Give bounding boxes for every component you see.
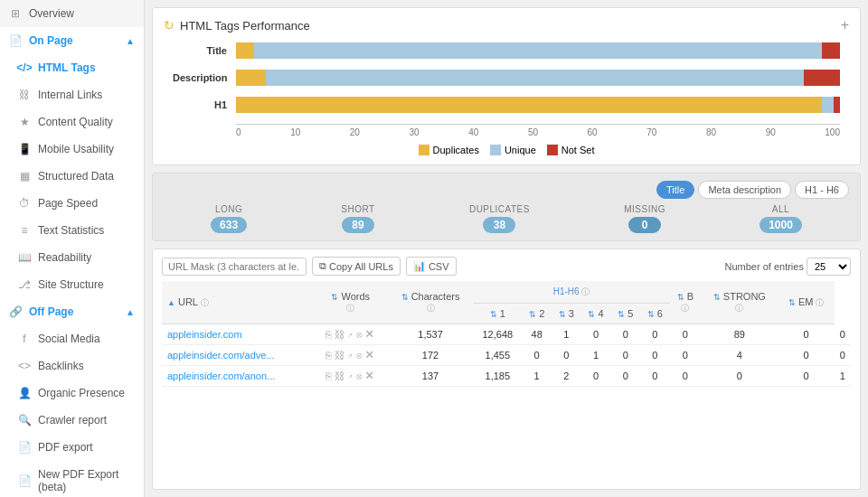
chart-area: Title Description H1 <box>164 42 849 155</box>
sidebar-item-internal-links[interactable]: ⛓ Internal Links <box>9 81 144 108</box>
sidebar-item-pdf-export[interactable]: 📄 PDF export <box>9 434 144 461</box>
chart-legend: Duplicates Unique Not Set <box>173 145 840 155</box>
chart-panel: ↻ HTML Tags Performance + Title Descript… <box>152 7 861 165</box>
sidebar-item-backlinks[interactable]: <> Backlinks <box>9 352 144 380</box>
stat-short: SHORT 89 <box>341 204 374 233</box>
col-h1: ⇅ 1 <box>473 304 522 324</box>
col-h3: ⇅ 3 <box>552 304 581 324</box>
chart-bar-title: Title <box>173 42 840 59</box>
entries-select[interactable]: 25 50 100 <box>807 258 851 276</box>
cell-h3-2: 1 <box>581 345 611 366</box>
cell-h2-2: 0 <box>552 345 581 366</box>
sidebar-item-content-quality[interactable]: ★ Content Quality <box>9 108 144 136</box>
cell-h5-1: 0 <box>640 324 670 345</box>
cell-strong-2: 0 <box>778 345 835 366</box>
chevron-up-icon-2: ▲ <box>126 307 135 317</box>
table-icon: ▦ <box>18 170 31 183</box>
sidebar-item-text-statistics[interactable]: ≡ Text Statistics <box>9 217 144 244</box>
sidebar-item-organic-presence[interactable]: 👤 Organic Presence <box>9 380 144 407</box>
sidebar-item-crawler-report[interactable]: 🔍 Crawler report <box>9 407 144 434</box>
cell-h4-3: 0 <box>610 366 640 387</box>
data-table: ▲ URL ⓘ ⇅ Wordsⓘ ⇅ Charactersⓘ H1-H6 ⓘ <box>162 281 851 387</box>
cell-em-3: 1 <box>835 366 851 387</box>
entries-label: Number of entries 25 50 100 <box>725 258 852 276</box>
bar-desc-notset <box>804 70 840 86</box>
cell-h6-3: 0 <box>670 366 701 387</box>
cell-actions-3: ⎘ ⛓ ↗ ⊗ ✕ <box>314 366 388 387</box>
tab-meta-description[interactable]: Meta description <box>698 181 791 199</box>
sidebar-item-structured-data[interactable]: ▦ Structured Data <box>9 163 144 190</box>
sidebar-item-mobile-usability[interactable]: 📱 Mobile Usability <box>9 136 144 163</box>
cell-actions-2: ⎘ ⛓ ↗ ⊗ ✕ <box>314 345 388 366</box>
cell-h6-2: 0 <box>670 345 701 366</box>
cell-strong-3: 0 <box>778 366 835 387</box>
sidebar-item-site-structure[interactable]: ⎇ Site Structure <box>9 271 144 298</box>
pdf-icon: 📄 <box>18 441 31 454</box>
csv-icon: 📊 <box>413 260 426 272</box>
sidebar-submenu-off-page: f Social Media <> Backlinks 👤 Organic Pr… <box>0 325 144 497</box>
cell-em-1: 0 <box>835 324 851 345</box>
gauge-icon: ⏱ <box>18 197 31 210</box>
cell-words-3: 137 <box>388 366 474 387</box>
grid-icon: ⊞ <box>9 7 22 20</box>
legend-unique: Unique <box>490 145 536 155</box>
sidebar-item-social-media[interactable]: f Social Media <box>9 325 144 352</box>
table-body: appleinsider.com ⎘ ⛓ ↗ ⊗ ✕ 1,537 12,648 … <box>162 324 851 387</box>
table-header: ▲ URL ⓘ ⇅ Wordsⓘ ⇅ Charactersⓘ H1-H6 ⓘ <box>162 281 851 324</box>
col-h5: ⇅ 5 <box>610 304 640 324</box>
cell-strong-1: 0 <box>778 324 835 345</box>
crawl-icon: 🔍 <box>18 414 31 427</box>
cell-b-2: 4 <box>701 345 778 366</box>
copy-icon: ⧉ <box>319 260 326 272</box>
chevron-up-icon: ▲ <box>126 36 135 46</box>
sidebar-item-off-page[interactable]: 🔗 Off Page ▲ <box>0 298 144 325</box>
cell-h3-1: 0 <box>581 324 611 345</box>
col-characters: ⇅ Charactersⓘ <box>388 281 474 324</box>
cell-b-3: 0 <box>701 366 778 387</box>
table-scroll-container[interactable]: ▲ URL ⓘ ⇅ Wordsⓘ ⇅ Charactersⓘ H1-H6 ⓘ <box>162 281 851 482</box>
cell-h3-3: 0 <box>581 366 611 387</box>
col-b: ⇅ Bⓘ <box>670 281 701 324</box>
link-icon: ⛓ <box>18 89 31 101</box>
stats-values-row: LONG 633 SHORT 89 DUPLICATES 38 MISSING … <box>164 204 849 233</box>
table-header-group-row: ▲ URL ⓘ ⇅ Wordsⓘ ⇅ Charactersⓘ H1-H6 ⓘ <box>162 281 851 304</box>
copy-all-urls-button[interactable]: ⧉ Copy All URLs <box>312 257 401 276</box>
sidebar-item-html-tags[interactable]: </> HTML Tags <box>9 54 144 81</box>
cell-h2-3: 2 <box>552 366 581 387</box>
sidebar-item-new-pdf-export[interactable]: 📄 New PDF Export (beta) <box>9 461 144 497</box>
tab-h1-h6[interactable]: H1 - H6 <box>795 181 849 199</box>
sidebar-item-page-speed[interactable]: ⏱ Page Speed <box>9 190 144 217</box>
table-controls: ⧉ Copy All URLs 📊 CSV Number of entries … <box>162 257 851 276</box>
sidebar-item-overview[interactable]: ⊞ Overview <box>0 0 144 27</box>
table-row: appleinsider.com/anon... ⎘ ⛓ ↗ ⊗ ✕ 137 1… <box>162 366 851 387</box>
stat-duplicates: DUPLICATES 38 <box>469 204 530 233</box>
col-h4: ⇅ 4 <box>581 304 611 324</box>
cell-chars-1: 12,648 <box>473 324 522 345</box>
cell-h6-1: 0 <box>670 324 701 345</box>
url-mask-input[interactable] <box>162 258 307 276</box>
cell-url-1[interactable]: appleinsider.com <box>162 324 314 345</box>
backlinks-icon: <> <box>18 360 31 372</box>
main-content: ↻ HTML Tags Performance + Title Descript… <box>145 0 868 497</box>
tab-title[interactable]: Title <box>656 181 694 199</box>
expand-chart-button[interactable]: + <box>841 17 849 33</box>
legend-unique-dot <box>490 145 501 155</box>
page-icon: 📄 <box>9 34 22 47</box>
bar-title-unique <box>254 42 822 59</box>
globe-icon: 🔗 <box>9 305 22 318</box>
code-icon: </> <box>18 61 31 74</box>
cell-em-2: 0 <box>835 345 851 366</box>
sidebar-item-on-page[interactable]: 📄 On Page ▲ <box>0 27 144 54</box>
text-icon: ≡ <box>18 224 31 237</box>
stat-missing: MISSING 0 <box>624 204 665 233</box>
bar-h1-duplicates <box>236 97 822 113</box>
sidebar: ⊞ Overview 📄 On Page ▲ </> HTML Tags ⛓ I… <box>0 0 145 497</box>
sidebar-item-readability[interactable]: 📖 Readability <box>9 244 144 271</box>
csv-button[interactable]: 📊 CSV <box>406 257 457 276</box>
col-h2: ⇅ 2 <box>522 304 552 324</box>
chart-panel-header: ↻ HTML Tags Performance + <box>164 17 849 33</box>
sitemap-icon: ⎇ <box>18 278 31 291</box>
cell-h1-1: 48 <box>522 324 552 345</box>
cell-url-3[interactable]: appleinsider.com/anon... <box>162 366 314 387</box>
cell-url-2[interactable]: appleinsider.com/adve... <box>162 345 314 366</box>
